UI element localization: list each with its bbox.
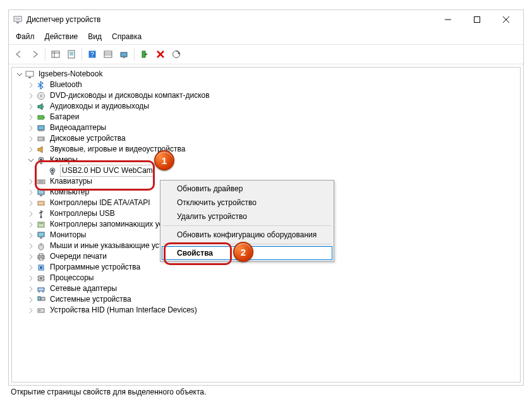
svg-rect-51: [40, 237, 42, 239]
chevron-right-icon[interactable]: [26, 123, 36, 133]
menu-action[interactable]: Действие: [40, 30, 83, 43]
svg-rect-19: [121, 52, 127, 57]
menu-view[interactable]: Вид: [83, 30, 106, 43]
context-menu: Обновить драйвер Отключить устройство Уд…: [160, 180, 334, 262]
chevron-right-icon[interactable]: [26, 145, 36, 155]
chevron-right-icon[interactable]: [26, 91, 36, 101]
svg-rect-48: [38, 222, 44, 227]
audio-icon: [36, 102, 46, 112]
context-menu-uninstall-device[interactable]: Удалить устройство: [162, 210, 332, 223]
keyboard-icon: [36, 177, 46, 187]
menubar: Файл Действие Вид Справка: [9, 29, 523, 45]
device-tree[interactable]: Igsebers-Notebook Bluetooth DVD-дисковод…: [11, 67, 521, 382]
chevron-right-icon[interactable]: [26, 305, 36, 316]
svg-rect-29: [38, 116, 44, 119]
bluetooth-icon: [36, 80, 46, 90]
chevron-right-icon[interactable]: [26, 252, 36, 262]
chevron-right-icon[interactable]: [26, 230, 36, 240]
tree-category-audio[interactable]: Аудиовходы и аудиовыходы: [12, 101, 520, 112]
network-icon: [36, 284, 46, 294]
views-button[interactable]: [100, 47, 116, 62]
svg-rect-46: [38, 201, 44, 205]
chevron-right-icon[interactable]: [26, 273, 36, 283]
back-button[interactable]: [11, 47, 27, 62]
properties-toolbar-button[interactable]: [64, 47, 79, 62]
update-driver-toolbar-button[interactable]: [116, 47, 131, 62]
tree-category-disk[interactable]: Дисковые устройства: [12, 133, 520, 144]
help-toolbar-button[interactable]: ?: [85, 47, 100, 62]
tree-category-system[interactable]: Системные устройства: [12, 294, 520, 305]
uninstall-device-button[interactable]: [153, 47, 168, 62]
chevron-right-icon[interactable]: [26, 284, 36, 294]
tree-category-dvd[interactable]: DVD-дисководы и дисководы компакт-дисков: [12, 90, 520, 101]
context-menu-properties[interactable]: Свойства: [162, 246, 332, 260]
tree-category-hid[interactable]: Устройства HID (Human Interface Devices): [12, 305, 520, 316]
chevron-right-icon[interactable]: [26, 102, 36, 112]
menu-file[interactable]: Файл: [11, 30, 39, 43]
svg-rect-32: [39, 130, 44, 131]
context-menu-update-driver[interactable]: Обновить драйвер: [162, 182, 332, 196]
enable-device-button[interactable]: [137, 47, 152, 62]
svg-rect-37: [40, 162, 42, 164]
chevron-right-icon[interactable]: [26, 177, 36, 187]
svg-rect-40: [51, 173, 54, 175]
titlebar: Диспетчер устройств: [9, 10, 523, 29]
forward-button[interactable]: [27, 47, 42, 62]
svg-rect-65: [38, 288, 44, 291]
svg-rect-56: [39, 258, 43, 260]
chevron-down-icon[interactable]: [15, 69, 25, 80]
usb-icon: [36, 209, 46, 219]
tree-category-software[interactable]: Программные устройства: [12, 262, 520, 273]
menu-separator: [163, 225, 331, 226]
chevron-right-icon[interactable]: [26, 263, 36, 273]
svg-rect-45: [40, 195, 42, 196]
context-menu-disable-device[interactable]: Отключить устройство: [162, 196, 332, 210]
svg-rect-31: [38, 126, 44, 130]
chevron-down-icon[interactable]: [26, 155, 36, 165]
tree-category-cpu[interactable]: Процессоры: [12, 273, 520, 283]
maximize-button[interactable]: [462, 10, 492, 29]
toolbar: ?: [9, 45, 523, 64]
tree-item-webcam[interactable]: USB2.0 HD UVC WebCam: [12, 165, 520, 176]
tree-category-video[interactable]: Видеоадаптеры: [12, 122, 520, 133]
svg-rect-26: [28, 77, 31, 78]
svg-rect-41: [37, 180, 45, 184]
tree-category-cameras[interactable]: Камеры: [12, 155, 520, 165]
tree-category-battery[interactable]: Батареи: [12, 112, 520, 122]
storage-controller-icon: [36, 220, 46, 230]
pc-icon: [36, 187, 46, 198]
tree-category-network[interactable]: Сетевые адаптеры: [12, 283, 520, 294]
svg-point-39: [51, 169, 54, 172]
svg-rect-58: [40, 266, 42, 269]
show-hide-tree-button[interactable]: [48, 47, 63, 62]
selected-device-label: USB2.0 HD UVC WebCam: [60, 165, 155, 177]
chevron-right-icon[interactable]: [26, 295, 36, 305]
svg-rect-30: [44, 117, 45, 118]
chevron-right-icon[interactable]: [26, 187, 36, 198]
scan-hardware-button[interactable]: [169, 47, 184, 62]
cpu-icon: [36, 273, 46, 283]
tree-category-bluetooth[interactable]: Bluetooth: [12, 80, 520, 90]
disc-icon: [36, 91, 46, 101]
battery-icon: [36, 112, 46, 122]
menu-help[interactable]: Справка: [107, 30, 146, 43]
chevron-right-icon[interactable]: [26, 112, 36, 122]
ide-icon: [36, 198, 46, 208]
chevron-right-icon[interactable]: [26, 209, 36, 219]
close-button[interactable]: [492, 10, 521, 29]
context-menu-scan-hardware[interactable]: Обновить конфигурацию оборудования: [162, 228, 332, 242]
minimize-button[interactable]: [433, 10, 462, 29]
device-manager-icon: [13, 15, 23, 25]
chevron-right-icon[interactable]: [26, 198, 36, 208]
tree-root[interactable]: Igsebers-Notebook: [12, 69, 520, 80]
svg-point-28: [40, 95, 42, 97]
hid-icon: [36, 305, 46, 316]
chevron-right-icon[interactable]: [26, 220, 36, 230]
chevron-right-icon[interactable]: [26, 80, 36, 90]
monitor-icon: [36, 230, 46, 240]
chevron-right-icon[interactable]: [26, 134, 36, 144]
tree-category-sound[interactable]: Звуковые, игровые и видеоустройства: [12, 144, 520, 155]
chevron-right-icon[interactable]: [26, 241, 36, 251]
svg-rect-25: [26, 71, 33, 76]
camera-icon: [36, 155, 46, 165]
